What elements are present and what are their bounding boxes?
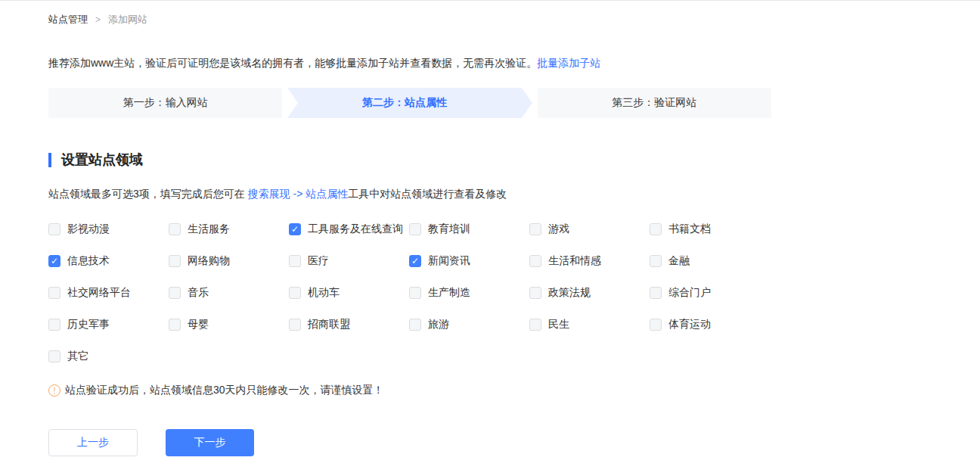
category-option[interactable]: 音乐 [169, 285, 289, 300]
step-1-enter-site: 第一步：输入网站 [48, 88, 282, 118]
checkbox-unchecked-icon[interactable] [48, 287, 60, 299]
checkbox-unchecked-icon[interactable] [529, 223, 541, 235]
checkbox-unchecked-icon[interactable] [409, 223, 421, 235]
checkbox-unchecked-icon[interactable] [529, 255, 541, 267]
checkbox-unchecked-icon[interactable] [529, 287, 541, 299]
category-label: 信息技术 [67, 254, 110, 268]
category-option[interactable]: 其它 [48, 349, 169, 364]
category-label: 新闻资讯 [428, 254, 470, 268]
category-option[interactable]: 机动车 [289, 285, 409, 300]
search-display-link[interactable]: 搜索展现 [248, 188, 290, 200]
warning-icon [48, 384, 60, 397]
category-option[interactable]: 综合门户 [650, 285, 770, 300]
category-option[interactable]: 网络购物 [169, 254, 289, 269]
checkbox-checked-icon[interactable]: ✓ [289, 223, 301, 235]
warning-text: 站点验证成功后，站点领域信息30天内只能修改一次，请谨慎设置！ [65, 384, 384, 397]
category-option[interactable]: 招商联盟 [289, 317, 409, 332]
breadcrumb-site-management[interactable]: 站点管理 [48, 13, 88, 26]
previous-step-button[interactable]: 上一步 [48, 429, 138, 456]
category-label: 音乐 [188, 286, 209, 300]
checkbox-unchecked-icon[interactable] [289, 319, 301, 331]
category-label: 机动车 [308, 286, 340, 300]
category-label: 游戏 [548, 222, 569, 236]
category-option[interactable]: 社交网络平台 [48, 285, 169, 300]
action-buttons: 上一步 下一步 [48, 429, 771, 456]
category-label: 金融 [668, 254, 690, 268]
category-option[interactable]: 历史军事 [48, 317, 169, 332]
category-option[interactable]: 旅游 [409, 317, 529, 332]
checkbox-unchecked-icon[interactable] [169, 223, 181, 235]
step-1-label: 第一步：输入网站 [123, 96, 208, 110]
checkbox-unchecked-icon[interactable] [169, 255, 181, 267]
intro-text: 推荐添加www主站，验证后可证明您是该域名的拥有者，能够批量添加子站并查看数据，… [48, 57, 771, 70]
checkbox-unchecked-icon[interactable] [289, 255, 301, 267]
warning-message: 站点验证成功后，站点领域信息30天内只能修改一次，请谨慎设置！ [48, 384, 771, 397]
checkbox-unchecked-icon[interactable] [650, 319, 662, 331]
section-description: 站点领域最多可选3项，填写完成后您可在 搜索展现 -> 站点属性工具中对站点领域… [48, 188, 771, 201]
category-grid: 影视动漫生活服务✓工具服务及在线查询教育培训游戏书籍文档✓信息技术网络购物医疗✓… [48, 222, 771, 364]
checkbox-unchecked-icon[interactable] [48, 350, 60, 362]
category-label: 民生 [548, 318, 569, 331]
category-label: 其它 [67, 350, 88, 363]
category-option[interactable]: 游戏 [529, 222, 650, 237]
category-option[interactable]: 影视动漫 [48, 222, 169, 237]
step-3-label: 第三步：验证网站 [612, 96, 696, 110]
category-label: 教育培训 [428, 222, 470, 236]
desc-after: 工具中对站点领域进行查看及修改 [348, 188, 507, 200]
checkbox-unchecked-icon[interactable] [48, 319, 60, 331]
category-option[interactable]: 民生 [529, 317, 650, 332]
category-option[interactable]: 政策法规 [529, 285, 650, 300]
page-title: 设置站点领域 [61, 151, 143, 168]
category-option[interactable]: 体育运动 [650, 317, 770, 332]
breadcrumb-separator-icon: > [95, 14, 101, 25]
checkbox-checked-icon[interactable]: ✓ [48, 255, 60, 267]
checkbox-unchecked-icon[interactable] [169, 287, 181, 299]
category-option[interactable]: ✓信息技术 [48, 254, 169, 269]
checkbox-unchecked-icon[interactable] [289, 287, 301, 299]
category-option[interactable]: ✓工具服务及在线查询 [289, 222, 409, 237]
category-label: 书籍文档 [668, 222, 711, 236]
section-header: 设置站点领域 [48, 151, 771, 168]
category-label: 社交网络平台 [67, 286, 131, 300]
category-option[interactable]: 生产制造 [409, 285, 529, 300]
checkbox-unchecked-icon[interactable] [650, 287, 662, 299]
step-2-label: 第二步：站点属性 [362, 96, 447, 110]
step-3-verify-site: 第三步：验证网站 [538, 88, 771, 118]
checkbox-unchecked-icon[interactable] [529, 319, 541, 331]
checkbox-unchecked-icon[interactable] [650, 223, 662, 235]
category-option[interactable]: 书籍文档 [650, 222, 770, 237]
checkbox-unchecked-icon[interactable] [409, 319, 421, 331]
category-label: 历史军事 [67, 318, 110, 331]
checkbox-unchecked-icon[interactable] [169, 319, 181, 331]
arrow-text: -> [290, 188, 306, 200]
site-properties-link[interactable]: 站点属性 [305, 188, 348, 200]
category-label: 医疗 [308, 254, 329, 268]
category-option[interactable]: 生活和情感 [529, 254, 650, 269]
category-option[interactable]: 教育培训 [409, 222, 529, 237]
category-label: 生活和情感 [548, 254, 601, 268]
section-accent-bar [48, 153, 51, 167]
category-label: 旅游 [428, 318, 449, 331]
next-step-button[interactable]: 下一步 [166, 429, 254, 456]
category-option[interactable]: 金融 [650, 254, 770, 269]
category-label: 政策法规 [548, 286, 591, 300]
category-option[interactable]: 生活服务 [169, 222, 289, 237]
step-indicator: 第一步：输入网站 第二步：站点属性 第三步：验证网站 [48, 88, 771, 118]
category-label: 体育运动 [668, 318, 711, 331]
category-label: 网络购物 [188, 254, 230, 268]
batch-add-subsite-link[interactable]: 批量添加子站 [537, 57, 600, 69]
checkbox-unchecked-icon[interactable] [409, 287, 421, 299]
breadcrumb-add-site: 添加网站 [108, 13, 147, 26]
category-label: 工具服务及在线查询 [308, 222, 403, 236]
category-label: 综合门户 [668, 286, 711, 300]
category-option[interactable]: 医疗 [289, 254, 409, 269]
checkbox-unchecked-icon[interactable] [650, 255, 662, 267]
checkbox-checked-icon[interactable]: ✓ [409, 255, 421, 267]
category-option[interactable]: ✓新闻资讯 [409, 254, 529, 269]
add-site-page: 站点管理 > 添加网站 推荐添加www主站，验证后可证明您是该域名的拥有者，能够… [0, 0, 980, 476]
category-label: 生产制造 [428, 286, 470, 300]
category-label: 招商联盟 [308, 318, 350, 331]
checkbox-unchecked-icon[interactable] [48, 223, 60, 235]
category-option[interactable]: 母婴 [169, 317, 289, 332]
category-label: 母婴 [188, 318, 209, 331]
